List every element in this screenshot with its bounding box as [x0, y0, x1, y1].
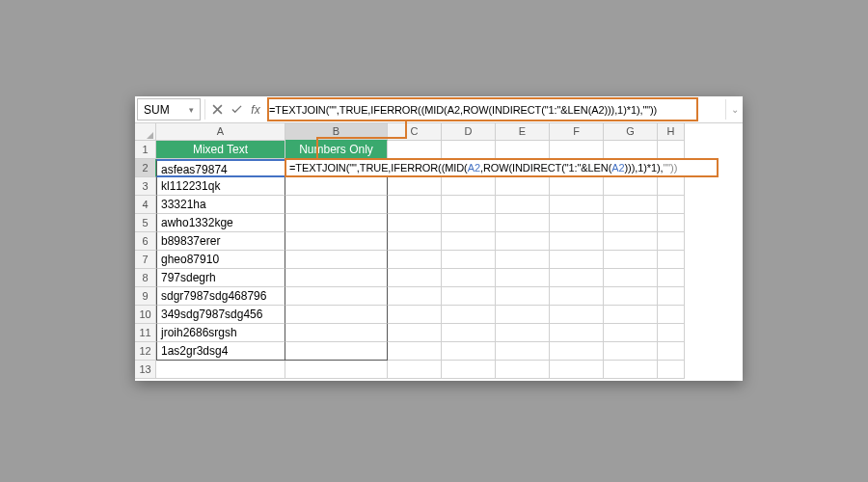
- cell[interactable]: asfeas79874: [156, 159, 285, 177]
- cell[interactable]: [285, 269, 388, 287]
- cell[interactable]: [442, 342, 496, 361]
- cell[interactable]: [388, 232, 442, 251]
- col-header-H[interactable]: H: [658, 123, 685, 141]
- cell[interactable]: [604, 269, 658, 287]
- cell[interactable]: 33321ha: [156, 196, 285, 214]
- cell[interactable]: [658, 306, 685, 324]
- cell[interactable]: [388, 342, 442, 361]
- cell[interactable]: [550, 306, 604, 324]
- cell[interactable]: [550, 196, 604, 214]
- cell[interactable]: [388, 361, 442, 379]
- cell[interactable]: [442, 251, 496, 269]
- cell[interactable]: [496, 361, 550, 379]
- row-header[interactable]: 12: [135, 342, 156, 361]
- row-header[interactable]: 10: [135, 306, 156, 324]
- cell[interactable]: [658, 287, 685, 306]
- cell[interactable]: [496, 306, 550, 324]
- cell[interactable]: [496, 177, 550, 196]
- col-header-G[interactable]: G: [604, 123, 658, 141]
- cell[interactable]: [442, 196, 496, 214]
- col-header-F[interactable]: F: [550, 123, 604, 141]
- cell[interactable]: [658, 361, 685, 379]
- cell[interactable]: [285, 287, 388, 306]
- cell[interactable]: [550, 214, 604, 232]
- cell[interactable]: gheo87910: [156, 251, 285, 269]
- cell[interactable]: 797sdegrh: [156, 269, 285, 287]
- cell[interactable]: [388, 269, 442, 287]
- cell[interactable]: [496, 232, 550, 251]
- cell[interactable]: [658, 342, 685, 361]
- cell[interactable]: [550, 287, 604, 306]
- cell[interactable]: [604, 251, 658, 269]
- cell[interactable]: [658, 251, 685, 269]
- cell[interactable]: [442, 361, 496, 379]
- cell[interactable]: [285, 306, 388, 324]
- cell[interactable]: sdgr7987sdg468796: [156, 287, 285, 306]
- cell[interactable]: [496, 251, 550, 269]
- cell[interactable]: [604, 177, 658, 196]
- insert-function-button[interactable]: fx: [246, 96, 265, 122]
- cell[interactable]: [496, 324, 550, 342]
- cell[interactable]: [285, 342, 388, 361]
- cell[interactable]: Mixed Text: [156, 141, 285, 159]
- cell[interactable]: [388, 287, 442, 306]
- cell[interactable]: [604, 196, 658, 214]
- cell[interactable]: [604, 306, 658, 324]
- cell[interactable]: [496, 287, 550, 306]
- cell[interactable]: [604, 342, 658, 361]
- cell[interactable]: [388, 251, 442, 269]
- cell[interactable]: [658, 232, 685, 251]
- cell[interactable]: [604, 287, 658, 306]
- cell[interactable]: [285, 361, 388, 379]
- cell[interactable]: [550, 141, 604, 159]
- editing-formula-overflow[interactable]: =TEXTJOIN("",TRUE,IFERROR((MID(A2,ROW(IN…: [285, 159, 718, 176]
- cell[interactable]: jroih2686srgsh: [156, 324, 285, 342]
- cell[interactable]: [285, 177, 388, 196]
- cell[interactable]: [604, 232, 658, 251]
- cell[interactable]: [550, 177, 604, 196]
- cell[interactable]: [442, 232, 496, 251]
- row-header[interactable]: 3: [135, 177, 156, 196]
- cell[interactable]: [658, 324, 685, 342]
- cell[interactable]: b89837erer: [156, 232, 285, 251]
- row-header[interactable]: 8: [135, 269, 156, 287]
- cell[interactable]: [442, 177, 496, 196]
- col-header-A[interactable]: A: [156, 123, 285, 141]
- cell[interactable]: [658, 196, 685, 214]
- cell[interactable]: [442, 269, 496, 287]
- cell[interactable]: [496, 269, 550, 287]
- cell[interactable]: Numbers Only: [285, 141, 388, 159]
- cell[interactable]: kl112231qk: [156, 177, 285, 196]
- enter-formula-button[interactable]: [227, 96, 246, 122]
- cancel-formula-button[interactable]: [207, 96, 227, 122]
- cell[interactable]: [442, 287, 496, 306]
- cell[interactable]: [550, 269, 604, 287]
- row-header[interactable]: 5: [135, 214, 156, 232]
- cell[interactable]: [156, 361, 285, 379]
- row-header[interactable]: 13: [135, 361, 156, 379]
- cell[interactable]: [285, 196, 388, 214]
- select-all-cell[interactable]: [135, 123, 156, 141]
- row-header[interactable]: 9: [135, 287, 156, 306]
- cell[interactable]: [388, 141, 442, 159]
- cell[interactable]: [285, 214, 388, 232]
- cell[interactable]: [604, 141, 658, 159]
- cell[interactable]: [285, 324, 388, 342]
- row-header[interactable]: 1: [135, 141, 156, 159]
- cell[interactable]: [550, 251, 604, 269]
- cell[interactable]: awho1332kge: [156, 214, 285, 232]
- name-box[interactable]: SUM ▾: [137, 98, 201, 120]
- cell[interactable]: =TEXTJOIN("",TRUE,IFERROR((MID(A2,ROW(IN…: [285, 159, 388, 177]
- expand-formula-bar-button[interactable]: ⌄: [725, 99, 743, 120]
- cell[interactable]: 349sdg7987sdg456: [156, 306, 285, 324]
- cell[interactable]: [658, 177, 685, 196]
- formula-input[interactable]: =TEXTJOIN("",TRUE,IFERROR((MID(A2,ROW(IN…: [265, 96, 725, 122]
- cell[interactable]: [550, 342, 604, 361]
- cell[interactable]: [496, 141, 550, 159]
- cell[interactable]: [604, 214, 658, 232]
- cell[interactable]: [285, 232, 388, 251]
- cell[interactable]: [658, 269, 685, 287]
- cell[interactable]: [550, 232, 604, 251]
- cell[interactable]: [442, 214, 496, 232]
- cell[interactable]: [604, 324, 658, 342]
